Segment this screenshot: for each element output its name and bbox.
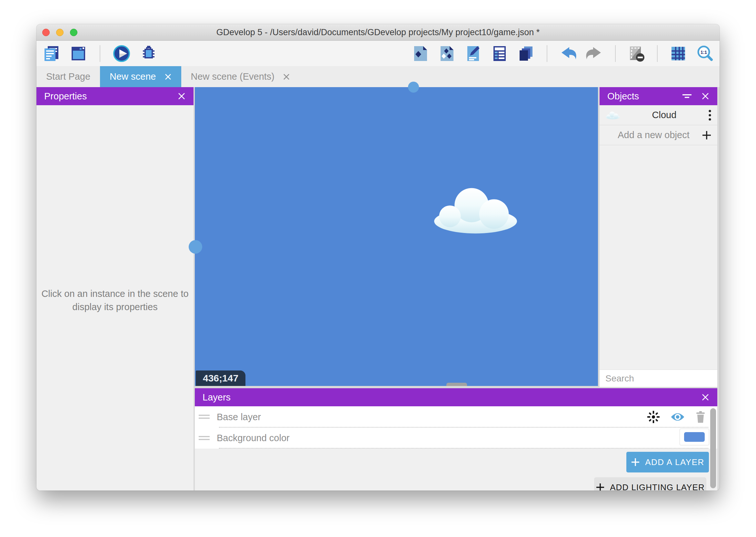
- layers-header: Layers: [195, 388, 717, 406]
- tab-start-page[interactable]: Start Page: [36, 66, 100, 87]
- cloud-instance[interactable]: [433, 184, 518, 235]
- tab-label: Start Page: [46, 71, 90, 82]
- close-tab-icon[interactable]: [283, 73, 290, 80]
- objects-header: Objects: [600, 87, 717, 105]
- visibility-eye-icon[interactable]: [670, 412, 685, 422]
- layers-scrollbar[interactable]: [710, 408, 716, 488]
- canvas-scroll-thumb-top[interactable]: [408, 82, 419, 93]
- background-color-picker[interactable]: [680, 429, 709, 445]
- title-bar: GDevelop 5 - /Users/david/Documents/GDev…: [36, 24, 720, 41]
- tab-new-scene[interactable]: New scene: [100, 66, 181, 87]
- layer-row-base[interactable]: Base layer: [195, 406, 717, 428]
- mask-icon[interactable]: [627, 45, 645, 62]
- tab-label: New scene: [110, 71, 156, 82]
- debug-icon[interactable]: [140, 45, 158, 62]
- add-lighting-layer-label: ADD LIGHTING LAYER: [610, 482, 704, 491]
- grid-icon[interactable]: [669, 45, 687, 62]
- scene-properties-icon[interactable]: [464, 45, 482, 62]
- layers-title: Layers: [203, 392, 231, 403]
- add-new-object-label: Add a new object: [605, 130, 702, 141]
- add-layer-button[interactable]: ADD A LAYER: [626, 452, 709, 473]
- plus-icon: [596, 483, 605, 490]
- layer-name: Background color: [217, 433, 290, 443]
- layers-list: Base layer: [195, 406, 717, 449]
- canvas-scroll-thumb-left[interactable]: [189, 240, 202, 254]
- main-toolbar: 1:1: [36, 41, 720, 66]
- close-tab-icon[interactable]: [165, 73, 171, 80]
- zoom-1-1-icon[interactable]: 1:1: [696, 45, 714, 62]
- layers-editor-icon[interactable]: [517, 45, 535, 62]
- properties-panel: Properties Click on an instance in the s…: [36, 87, 194, 490]
- objects-search-input[interactable]: [605, 373, 720, 384]
- window-title: GDevelop 5 - /Users/david/Documents/GDev…: [36, 24, 720, 41]
- plus-icon: [631, 458, 640, 467]
- toolbar-left-group: [42, 45, 158, 62]
- cursor-coordinates-badge: 436;147: [196, 370, 246, 386]
- plus-icon: [702, 130, 711, 140]
- filter-icon[interactable]: [682, 92, 693, 101]
- layer-name: Base layer: [217, 412, 261, 423]
- toolbar-right-group: 1:1: [411, 45, 714, 62]
- redo-icon[interactable]: [586, 45, 603, 62]
- project-manager-icon[interactable]: [42, 45, 60, 62]
- toolbar-divider: [657, 45, 658, 62]
- toolbar-divider: [615, 45, 616, 62]
- layer-row-background-color[interactable]: Background color: [195, 428, 717, 449]
- close-panel-icon[interactable]: [701, 92, 709, 101]
- objects-title: Objects: [607, 91, 639, 102]
- background-color-swatch[interactable]: [684, 432, 705, 442]
- layer-row-actions: [646, 406, 706, 428]
- objects-search-row: [600, 369, 717, 387]
- close-panel-icon[interactable]: [177, 92, 186, 101]
- objects-editor-icon[interactable]: [411, 45, 429, 62]
- properties-empty-message: Click on an instance in the scene to dis…: [36, 287, 194, 314]
- gdevelop-window: GDevelop 5 - /Users/david/Documents/GDev…: [36, 24, 720, 490]
- object-list-item-cloud[interactable]: Cloud: [600, 105, 717, 125]
- tab-label: New scene (Events): [191, 71, 275, 82]
- canvas-scroll-thumb-bottom[interactable]: [446, 383, 467, 386]
- add-layer-label: ADD A LAYER: [645, 457, 704, 467]
- toolbar-divider: [100, 45, 100, 62]
- instances-list-icon[interactable]: [491, 45, 509, 62]
- trash-icon[interactable]: [695, 410, 706, 423]
- close-panel-icon[interactable]: [701, 393, 709, 401]
- kebab-menu-icon[interactable]: [708, 109, 711, 121]
- svg-text:1:1: 1:1: [700, 50, 707, 55]
- toolbar-divider: [547, 45, 547, 62]
- scene-canvas[interactable]: 436;147: [195, 87, 598, 386]
- tab-new-scene-events[interactable]: New scene (Events): [181, 66, 300, 87]
- cloud-thumbnail-icon: [605, 111, 620, 119]
- editor-tabbar: Start Page New scene New scene (Events): [36, 66, 720, 87]
- drag-handle-icon[interactable]: [199, 436, 209, 441]
- drag-handle-icon[interactable]: [199, 414, 209, 420]
- properties-header: Properties: [36, 87, 194, 105]
- undo-icon[interactable]: [559, 45, 577, 62]
- row-divider: [219, 448, 708, 449]
- add-lighting-layer-button[interactable]: ADD LIGHTING LAYER: [594, 477, 706, 490]
- properties-title: Properties: [44, 91, 87, 102]
- play-icon[interactable]: [113, 45, 131, 62]
- object-groups-icon[interactable]: [438, 45, 456, 62]
- object-name: Cloud: [620, 110, 708, 120]
- editor-content: Properties Click on an instance in the s…: [36, 87, 720, 490]
- layers-panel: Layers Base layer: [195, 388, 717, 490]
- add-new-object-button[interactable]: Add a new object: [600, 125, 717, 145]
- effects-icon[interactable]: [646, 410, 661, 424]
- start-page-icon[interactable]: [69, 45, 88, 62]
- objects-panel: Objects: [600, 87, 717, 387]
